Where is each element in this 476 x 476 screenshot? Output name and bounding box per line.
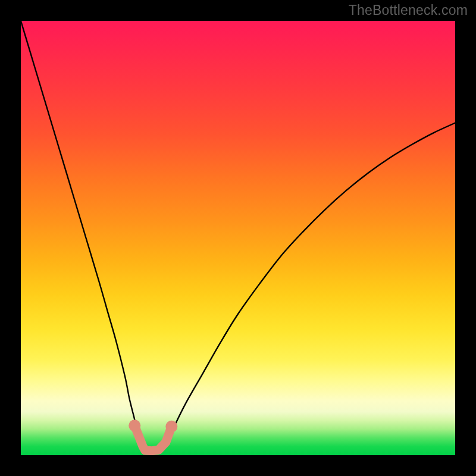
- valid-range-markers: [129, 419, 177, 450]
- bottleneck-curve: [21, 21, 455, 451]
- valid-range-endpoint: [165, 421, 177, 433]
- valid-range-endpoint: [129, 419, 140, 431]
- chart-frame: TheBottleneck.com: [0, 0, 476, 476]
- plot-area: [21, 21, 455, 455]
- valid-range-stroke: [134, 425, 171, 450]
- curve-layer: [21, 21, 455, 455]
- watermark-text: TheBottleneck.com: [349, 2, 468, 18]
